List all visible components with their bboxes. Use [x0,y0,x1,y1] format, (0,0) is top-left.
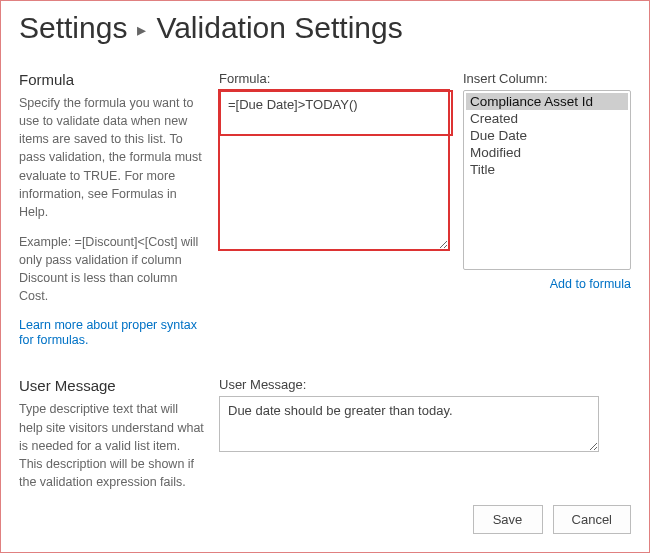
user-message-title: User Message [19,377,205,394]
insert-column-list[interactable]: Compliance Asset IdCreatedDue DateModifi… [463,90,631,270]
column-option[interactable]: Compliance Asset Id [466,93,628,110]
column-option[interactable]: Modified [466,144,628,161]
formula-textarea[interactable] [219,90,449,250]
breadcrumb-current: Validation Settings [156,11,402,45]
user-message-help-column: User Message Type descriptive text that … [19,377,219,503]
formula-fields: Formula: Insert Column: Compliance Asset… [219,71,631,347]
column-option[interactable]: Title [466,161,628,178]
chevron-right-icon: ▸ [137,17,146,39]
insert-column-wrap: Insert Column: Compliance Asset IdCreate… [463,71,631,347]
user-message-field-label: User Message: [219,377,599,392]
cancel-button[interactable]: Cancel [553,505,631,534]
breadcrumb-parent[interactable]: Settings [19,11,127,45]
formula-field-label: Formula: [219,71,449,86]
user-message-section: User Message Type descriptive text that … [19,377,631,503]
learn-more-link[interactable]: Learn more about proper syntax for formu… [19,318,197,347]
column-option[interactable]: Due Date [466,127,628,144]
insert-column-label: Insert Column: [463,71,631,86]
footer-buttons: Save Cancel [473,505,631,534]
formula-help-column: Formula Specify the formula you want to … [19,71,219,347]
add-to-formula-link[interactable]: Add to formula [550,277,631,291]
user-message-help: Type descriptive text that will help sit… [19,400,205,491]
formula-section-title: Formula [19,71,205,88]
user-message-field-wrap: User Message: [219,377,599,503]
formula-section: Formula Specify the formula you want to … [19,71,631,347]
formula-example-text: Example: =[Discount]<[Cost] will only pa… [19,233,205,306]
user-message-textarea[interactable] [219,396,599,452]
column-option[interactable]: Created [466,110,628,127]
save-button[interactable]: Save [473,505,543,534]
formula-field-wrap: Formula: [219,71,449,347]
validation-settings-page: Settings ▸ Validation Settings Formula S… [0,0,650,553]
formula-help-text: Specify the formula you want to use to v… [19,94,205,221]
breadcrumb: Settings ▸ Validation Settings [19,11,631,45]
